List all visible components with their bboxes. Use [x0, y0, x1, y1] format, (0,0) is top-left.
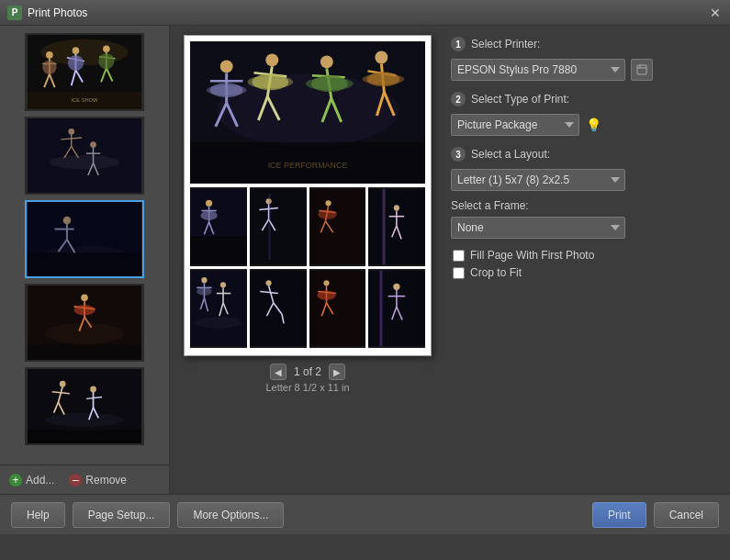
section-2-num: 2: [451, 92, 466, 106]
svg-rect-35: [28, 118, 141, 193]
svg-rect-107: [190, 236, 247, 264]
svg-point-56: [45, 413, 124, 427]
remove-icon: –: [69, 474, 82, 487]
svg-point-76: [207, 84, 247, 95]
svg-rect-163: [637, 65, 646, 74]
fill-page-checkbox[interactable]: [453, 250, 465, 262]
layout-section-header: 3 Select a Layout:: [451, 147, 715, 162]
cancel-button[interactable]: Cancel: [654, 502, 719, 528]
print-type-select[interactable]: Picture Package: [451, 114, 579, 136]
crop-to-fit-checkbox[interactable]: [453, 267, 465, 279]
next-page-button[interactable]: ▶: [329, 364, 345, 380]
remove-label: Remove: [85, 474, 127, 487]
preview-grid: [190, 187, 425, 348]
printer-section-header: 1 Select Printer:: [451, 37, 715, 51]
svg-rect-45: [28, 252, 141, 276]
crop-to-fit-label: Crop to Fit: [470, 266, 522, 279]
svg-point-20: [98, 53, 114, 69]
svg-point-134: [197, 287, 211, 295]
add-icon: +: [9, 474, 22, 487]
print-type-header: 2 Select Type of Print:: [451, 92, 715, 106]
svg-point-91: [375, 51, 387, 64]
svg-point-153: [317, 290, 336, 299]
svg-point-8: [42, 61, 56, 74]
frame-select[interactable]: None: [451, 217, 625, 239]
layout-select[interactable]: Letter (1) 5x7 (8) 2x2.5: [451, 169, 625, 191]
remove-button[interactable]: – Remove: [69, 474, 127, 487]
svg-point-158: [394, 284, 400, 290]
thumbnail-4[interactable]: [25, 284, 144, 362]
more-options-button[interactable]: More Options...: [177, 502, 284, 528]
svg-point-3: [46, 51, 53, 59]
close-button[interactable]: ✕: [708, 6, 723, 20]
grid-cell-4: [368, 187, 425, 266]
printer-select[interactable]: EPSON Stylus Pro 7880: [451, 59, 625, 81]
svg-point-9: [73, 47, 80, 54]
svg-rect-114: [268, 194, 270, 260]
preview-paper: ICE PERFORMANCE: [184, 35, 432, 356]
section-3-num: 3: [451, 147, 466, 162]
page-setup-button[interactable]: Page Setup...: [73, 502, 171, 528]
window-title: Print Photos: [28, 6, 87, 19]
printer-section: 1 Select Printer: EPSON Stylus Pro 7880: [451, 37, 715, 81]
grid-cell-6: [250, 269, 307, 348]
svg-point-131: [201, 277, 207, 283]
preview-area: ICE PERFORMANCE: [170, 26, 436, 494]
section-1-num: 1: [451, 37, 466, 51]
svg-rect-149: [309, 271, 366, 346]
svg-text:ICE SHOW: ICE SHOW: [72, 97, 98, 103]
thumbnail-3[interactable]: [25, 200, 144, 278]
printer-settings-button[interactable]: [631, 59, 653, 81]
crop-fit-row: Crop to Fit: [453, 266, 715, 279]
svg-rect-67: [28, 431, 141, 443]
svg-point-119: [318, 209, 337, 218]
print-type-row: Picture Package 💡: [451, 114, 715, 136]
bottom-bar: Help Page Setup... More Options... Print…: [0, 494, 730, 534]
svg-point-48: [81, 295, 88, 302]
page-info: 1 of 2: [294, 365, 321, 378]
thumbnail-1[interactable]: ICE SHOW: [25, 33, 144, 111]
grid-cell-8: [368, 269, 425, 348]
svg-point-84: [320, 55, 333, 68]
svg-point-2: [40, 39, 128, 66]
svg-point-101: [206, 200, 212, 207]
svg-rect-129: [190, 271, 247, 346]
svg-rect-157: [380, 271, 383, 346]
svg-point-109: [265, 198, 271, 204]
svg-point-104: [200, 211, 218, 220]
grid-cell-1: [190, 187, 247, 266]
svg-point-53: [74, 305, 95, 315]
fill-page-label: Fill Page With First Photo: [470, 249, 594, 262]
help-button[interactable]: Help: [11, 502, 65, 528]
svg-point-90: [306, 77, 354, 90]
grid-cell-3: [309, 187, 366, 266]
print-button[interactable]: Print: [592, 502, 646, 528]
page-size: Letter 8 1/2 x 11 in: [265, 382, 349, 393]
add-remove-bar: + Add... – Remove: [0, 465, 169, 494]
layout-label: Select a Layout:: [471, 148, 550, 161]
svg-rect-115: [309, 189, 366, 264]
svg-point-124: [394, 205, 399, 210]
svg-point-130: [195, 317, 241, 328]
prev-page-button[interactable]: ◀: [270, 364, 286, 380]
printer-row: EPSON Stylus Pro 7880: [451, 59, 715, 81]
app-icon: P: [7, 6, 22, 20]
add-button[interactable]: + Add...: [9, 474, 54, 487]
grid-cell-2: [250, 187, 307, 266]
svg-point-14: [68, 55, 84, 71]
svg-rect-108: [250, 189, 307, 264]
svg-point-77: [265, 54, 278, 67]
thumbnail-5[interactable]: [25, 367, 144, 445]
grid-cell-7: [309, 269, 366, 348]
svg-text:ICE PERFORMANCE: ICE PERFORMANCE: [268, 161, 348, 170]
thumbnail-scroll: ICE SHOW: [0, 26, 169, 465]
preview-top-photo: ICE PERFORMANCE: [190, 41, 425, 184]
hint-icon: 💡: [585, 117, 601, 133]
svg-point-150: [323, 280, 329, 286]
svg-point-137: [220, 282, 226, 287]
thumbnail-2[interactable]: [25, 117, 144, 195]
print-type-label: Select Type of Print:: [471, 93, 569, 106]
svg-rect-123: [383, 189, 386, 264]
title-bar: P Print Photos ✕: [0, 0, 730, 26]
pagination: ◀ 1 of 2 ▶: [270, 364, 345, 380]
